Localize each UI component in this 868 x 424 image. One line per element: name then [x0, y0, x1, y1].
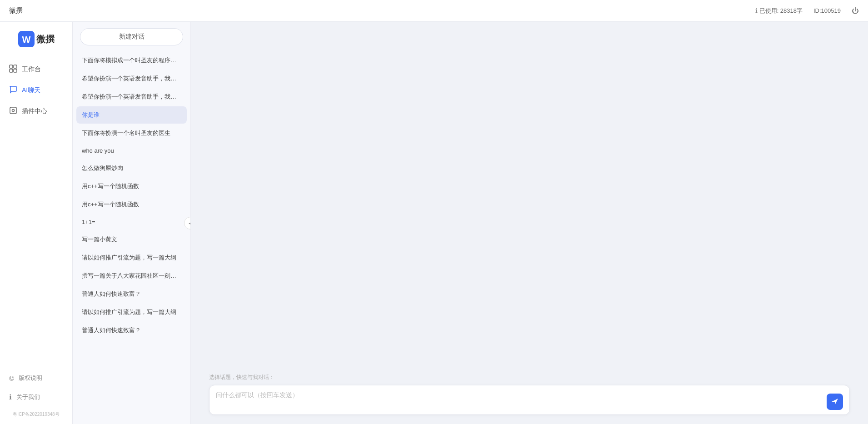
copyright-label: 版权说明 [19, 374, 42, 382]
conversation-item[interactable]: 请以如何推广引流为题，写一篇大纲 [76, 304, 187, 321]
bottom-items: © 版权说明 ℹ 关于我们 [0, 369, 72, 406]
icp-text: 粤ICP备2022019348号 [9, 409, 63, 419]
messages-container [191, 22, 868, 374]
sidebar-item-workbench[interactable]: 工作台 [0, 60, 72, 79]
right-info: ℹ 已使用: 28318字 ID:100519 ⏻ [755, 7, 859, 15]
workbench-label: 工作台 [22, 65, 41, 74]
svg-rect-2 [10, 65, 13, 68]
svg-rect-4 [10, 69, 13, 72]
page-title: 微撰 [9, 6, 23, 15]
type-icon: ℹ [755, 7, 758, 14]
conversation-item[interactable]: 用c++写一个随机函数 [76, 178, 187, 195]
conversation-item[interactable]: 普通人如何快速致富？ [76, 285, 187, 303]
conversation-item[interactable]: 希望你扮演一个英语发音助手，我提供给你... [76, 70, 187, 87]
conversation-list: 下面你将模拟成一个叫圣友的程序员，我说...希望你扮演一个英语发音助手，我提供给… [73, 52, 190, 424]
quick-topics-label: 选择话题，快速与我对话： [209, 374, 850, 381]
conversation-item[interactable]: 用c++写一个随机函数 [76, 196, 187, 213]
power-icon[interactable]: ⏻ [852, 7, 859, 15]
send-button[interactable] [827, 394, 843, 410]
svg-rect-5 [14, 69, 17, 72]
new-chat-button[interactable]: 新建对话 [80, 28, 183, 45]
plugin-label: 插件中心 [22, 107, 47, 115]
id-text: ID:100519 [813, 7, 841, 14]
svg-text:W: W [22, 35, 30, 45]
copyright-item[interactable]: © 版权说明 [0, 369, 72, 387]
svg-rect-6 [10, 107, 16, 114]
send-icon [831, 398, 839, 406]
topbar: 微撰 ℹ 已使用: 28318字 ID:100519 ⏻ [0, 0, 868, 22]
conversation-item[interactable]: 希望你扮演一个英语发音助手，我提供给你... [76, 88, 187, 105]
copyright-icon: © [9, 374, 14, 382]
conversation-item[interactable]: 你是谁 [76, 106, 187, 124]
conversation-item[interactable]: 1+1= [76, 214, 187, 230]
chat-area: 选择话题，快速与我对话： [191, 22, 868, 424]
about-icon: ℹ [9, 393, 12, 401]
chat-input[interactable] [216, 390, 827, 410]
conversation-item[interactable]: 写一篇小黄文 [76, 231, 187, 248]
conversation-item[interactable]: 下面你将扮演一个名叫圣友的医生 [76, 125, 187, 142]
usage-text: 已使用: 28318字 [759, 7, 803, 15]
nav-items: 工作台 AI聊天 插件中心 [0, 60, 72, 369]
logo-text: 微撰 [36, 33, 55, 45]
conversation-item[interactable]: who are you [76, 143, 187, 159]
about-label: 关于我们 [16, 393, 40, 401]
logo: W 微撰 [18, 31, 55, 47]
conversation-item[interactable]: 怎么做狗屎炒肉 [76, 160, 187, 177]
conversation-item[interactable]: 普通人如何快速致富？ [76, 322, 187, 339]
svg-point-7 [12, 110, 15, 112]
svg-rect-3 [14, 65, 17, 68]
ai-chat-icon [9, 85, 17, 95]
conversation-item[interactable]: 下面你将模拟成一个叫圣友的程序员，我说... [76, 52, 187, 69]
conversation-item[interactable]: 撰写一篇关于八大家花园社区一刻钟便民生... [76, 267, 187, 284]
logo-icon: W [18, 31, 35, 47]
about-item[interactable]: ℹ 关于我们 [0, 389, 72, 406]
sidebar-item-plugin[interactable]: 插件中心 [0, 102, 72, 121]
usage-info: ℹ 已使用: 28318字 [755, 7, 803, 15]
workbench-icon [9, 65, 17, 75]
sidebar: W 微撰 工作台 AI聊天 插件中心 [0, 22, 73, 424]
conversation-item[interactable]: 请以如何推广引流为题，写一篇大纲 [76, 249, 187, 266]
ai-chat-label: AI聊天 [22, 86, 40, 95]
input-box [209, 385, 850, 415]
conv-panel: 新建对话 下面你将模拟成一个叫圣友的程序员，我说...希望你扮演一个英语发音助手… [73, 22, 191, 424]
input-area: 选择话题，快速与我对话： [191, 374, 868, 424]
plugin-icon [9, 106, 17, 116]
sidebar-item-ai-chat[interactable]: AI聊天 [0, 81, 72, 100]
